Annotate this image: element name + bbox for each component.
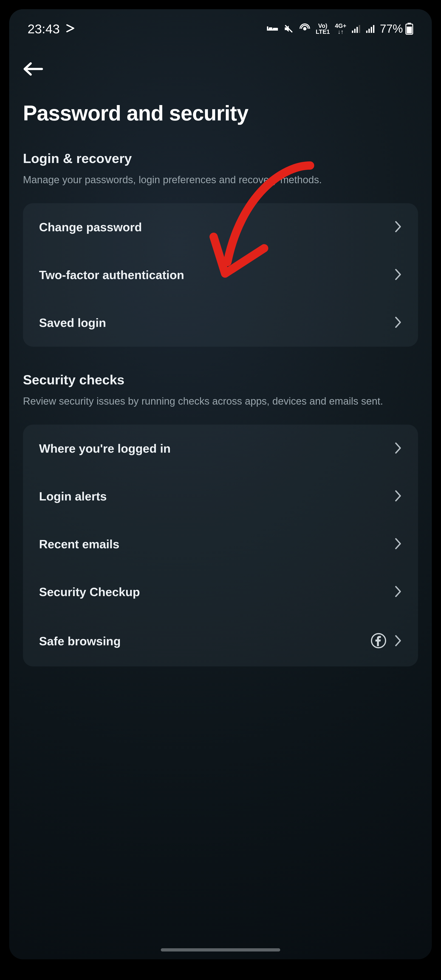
row-right bbox=[371, 633, 402, 649]
section-login-recovery: Login & recovery Manage your passwords, … bbox=[21, 151, 420, 347]
arrow-left-icon bbox=[23, 62, 44, 76]
svg-rect-2 bbox=[269, 27, 273, 30]
chevron-right-icon bbox=[394, 635, 402, 648]
signal-1-icon bbox=[351, 24, 361, 33]
row-label: Change password bbox=[39, 220, 142, 234]
row-label: Login alerts bbox=[39, 489, 107, 503]
chevron-right-icon bbox=[394, 220, 402, 234]
battery-text: 77% bbox=[380, 22, 403, 35]
row-two-factor-authentication[interactable]: Two-factor authentication bbox=[23, 251, 418, 299]
signal-2-icon bbox=[366, 24, 375, 33]
status-right: Vo)LTE1 4G+↓↑ bbox=[267, 22, 414, 35]
svg-rect-1 bbox=[267, 26, 268, 30]
device-frame: 23:43 bbox=[0, 0, 441, 980]
row-label: Two-factor authentication bbox=[39, 268, 184, 282]
row-saved-login[interactable]: Saved login bbox=[23, 299, 418, 347]
section-desc-security-checks: Review security issues by running checks… bbox=[23, 394, 418, 409]
row-change-password[interactable]: Change password bbox=[23, 203, 418, 251]
row-where-logged-in[interactable]: Where you're logged in bbox=[23, 425, 418, 473]
chevron-right-icon bbox=[394, 268, 402, 282]
chevron-right-icon bbox=[394, 585, 402, 599]
section-desc-login-recovery: Manage your passwords, login preferences… bbox=[23, 172, 418, 187]
svg-rect-8 bbox=[357, 27, 358, 33]
status-app-indicator-icon bbox=[65, 21, 75, 36]
row-label: Safe browsing bbox=[39, 634, 121, 648]
svg-rect-9 bbox=[359, 25, 360, 33]
section-title-login-recovery: Login & recovery bbox=[23, 151, 418, 166]
section-security-checks: Security checks Review security issues b… bbox=[21, 372, 420, 667]
battery-indicator: 77% bbox=[380, 22, 414, 35]
svg-rect-3 bbox=[273, 28, 278, 30]
row-login-alerts[interactable]: Login alerts bbox=[23, 473, 418, 520]
svg-rect-10 bbox=[366, 30, 368, 33]
mute-icon bbox=[284, 24, 294, 34]
chevron-right-icon bbox=[394, 316, 402, 329]
svg-rect-13 bbox=[373, 25, 374, 33]
row-label: Where you're logged in bbox=[39, 442, 171, 455]
network-lte-icon: Vo)LTE1 bbox=[316, 23, 330, 35]
svg-point-5 bbox=[304, 28, 306, 30]
back-button[interactable] bbox=[21, 55, 48, 83]
status-bar: 23:43 bbox=[9, 9, 432, 41]
network-4g-icon: 4G+↓↑ bbox=[335, 23, 346, 35]
row-security-checkup[interactable]: Security Checkup bbox=[23, 568, 418, 616]
home-indicator[interactable] bbox=[161, 948, 280, 951]
chevron-right-icon bbox=[394, 538, 402, 551]
row-recent-emails[interactable]: Recent emails bbox=[23, 520, 418, 568]
dnd-bed-icon bbox=[267, 24, 278, 33]
facebook-icon bbox=[371, 633, 386, 649]
hotspot-icon bbox=[299, 23, 311, 35]
svg-rect-6 bbox=[352, 30, 353, 33]
svg-rect-12 bbox=[371, 27, 372, 33]
card-security-checks: Where you're logged in Login alerts Rece… bbox=[23, 425, 418, 667]
chevron-right-icon bbox=[394, 442, 402, 455]
row-label: Security Checkup bbox=[39, 585, 140, 599]
row-safe-browsing[interactable]: Safe browsing bbox=[23, 616, 418, 667]
row-label: Saved login bbox=[39, 316, 106, 330]
status-time: 23:43 bbox=[27, 21, 60, 36]
page-title: Password and security bbox=[21, 101, 420, 125]
svg-rect-7 bbox=[354, 29, 355, 33]
row-label: Recent emails bbox=[39, 537, 119, 551]
chevron-right-icon bbox=[394, 490, 402, 503]
page-content: Password and security Login & recovery M… bbox=[9, 41, 432, 667]
status-left: 23:43 bbox=[27, 21, 75, 36]
svg-rect-16 bbox=[407, 27, 412, 33]
svg-rect-11 bbox=[368, 29, 370, 33]
card-login-recovery: Change password Two-factor authenticatio… bbox=[23, 203, 418, 347]
screen: 23:43 bbox=[9, 9, 432, 959]
battery-icon bbox=[405, 23, 414, 35]
section-title-security-checks: Security checks bbox=[23, 372, 418, 387]
